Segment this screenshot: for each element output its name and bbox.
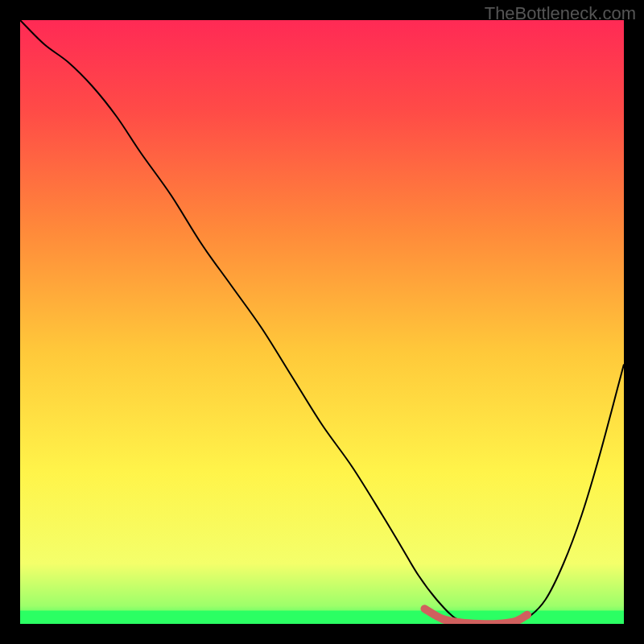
chart-frame: TheBottleneck.com [0, 0, 644, 644]
chart-svg [20, 20, 624, 624]
gradient-background [20, 20, 624, 624]
plot-area [20, 20, 624, 624]
watermark-text: TheBottleneck.com [485, 3, 636, 24]
